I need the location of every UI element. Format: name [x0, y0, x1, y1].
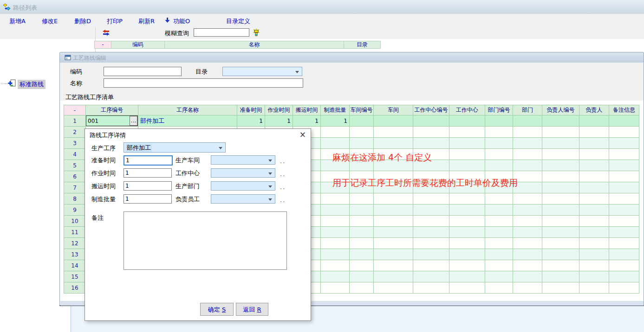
grid-cell[interactable] — [350, 238, 374, 249]
grid-cell[interactable] — [485, 271, 513, 282]
grid-cell[interactable] — [485, 282, 513, 294]
grid-cell[interactable] — [321, 216, 350, 227]
grid-cell[interactable] — [485, 204, 513, 216]
grid-cell[interactable] — [449, 160, 485, 171]
grid-cell[interactable] — [513, 249, 542, 260]
grid-cell[interactable] — [321, 249, 350, 260]
grid-cell[interactable] — [413, 260, 449, 271]
grid-cell[interactable] — [449, 227, 485, 238]
op-combobox[interactable]: 部件加工 — [124, 142, 226, 153]
prep-time-input[interactable] — [124, 155, 173, 166]
dir-combobox[interactable] — [222, 67, 302, 76]
grid-cell[interactable] — [579, 238, 609, 249]
grid-cell[interactable] — [449, 127, 485, 138]
grid-cell[interactable] — [579, 260, 609, 271]
grid-cell[interactable] — [413, 238, 449, 249]
grid-cell[interactable] — [350, 216, 374, 227]
grid-header-cell[interactable]: 搬运时间 — [293, 105, 321, 115]
grid-cell[interactable] — [321, 282, 350, 294]
department-browse-dots[interactable]: .. — [280, 184, 286, 191]
grid-header-cell[interactable]: 车间编号 — [350, 105, 374, 115]
grid-cell[interactable] — [542, 282, 579, 294]
grid-cell[interactable] — [609, 238, 639, 249]
ok-button[interactable]: 确定 S — [200, 303, 234, 316]
grid-cell[interactable] — [350, 138, 374, 149]
grid-header-cell[interactable]: - — [64, 105, 86, 115]
grid-cell[interactable] — [321, 204, 350, 216]
grid-cell[interactable] — [485, 149, 513, 160]
grid-cell[interactable] — [374, 271, 413, 282]
work-time-input[interactable] — [124, 168, 172, 178]
grid-cell[interactable] — [413, 193, 449, 204]
grid-cell[interactable] — [413, 227, 449, 238]
employee-browse-dots[interactable]: .. — [280, 197, 286, 204]
grid-header-cell[interactable]: 备注信息 — [609, 105, 639, 115]
grid-cell[interactable] — [413, 127, 449, 138]
grid-cell[interactable] — [413, 138, 449, 149]
grid-cell[interactable] — [542, 216, 579, 227]
grid-cell[interactable] — [413, 115, 449, 127]
grid-cell[interactable] — [542, 171, 579, 182]
grid-cell[interactable] — [542, 238, 579, 249]
grid-cell[interactable] — [609, 227, 639, 238]
refresh-button[interactable]: 刷新R — [138, 17, 155, 26]
list-col-code[interactable]: 编码 — [111, 41, 165, 49]
grid-cell[interactable] — [579, 249, 609, 260]
function-button[interactable]: 功能O — [173, 17, 190, 26]
grid-cell[interactable] — [542, 227, 579, 238]
grid-cell[interactable] — [513, 149, 542, 160]
grid-cell[interactable] — [374, 216, 413, 227]
department-combobox[interactable] — [211, 181, 275, 191]
lamp-icon[interactable] — [253, 28, 260, 39]
workcenter-combobox[interactable] — [211, 168, 275, 178]
name-input[interactable] — [104, 78, 303, 88]
row-number-cell[interactable]: 1 — [64, 115, 86, 127]
op-name-cell[interactable]: 部件加工 — [138, 115, 237, 127]
grid-cell[interactable] — [374, 249, 413, 260]
grid-cell[interactable] — [579, 149, 609, 160]
grid-cell[interactable] — [321, 227, 350, 238]
grid-cell[interactable] — [321, 127, 350, 138]
grid-cell[interactable] — [350, 271, 374, 282]
grid-cell[interactable] — [449, 149, 485, 160]
grid-cell[interactable] — [542, 182, 579, 193]
grid-cell[interactable] — [513, 160, 542, 171]
grid-cell[interactable] — [513, 282, 542, 294]
row-number-cell[interactable]: 10 — [64, 216, 86, 227]
grid-cell[interactable] — [579, 271, 609, 282]
code-input[interactable] — [104, 67, 182, 76]
list-col-name[interactable]: 名称 — [164, 41, 344, 49]
row-number-cell[interactable]: 3 — [64, 138, 86, 149]
grid-cell[interactable] — [485, 238, 513, 249]
grid-cell[interactable] — [609, 115, 639, 127]
grid-header-cell[interactable]: 工作中心 — [449, 105, 485, 115]
grid-header-cell[interactable]: 制造批量 — [321, 105, 350, 115]
grid-cell[interactable] — [350, 115, 374, 127]
batch-input[interactable] — [124, 194, 172, 204]
grid-cell[interactable] — [374, 193, 413, 204]
grid-cell[interactable] — [449, 216, 485, 227]
grid-cell[interactable] — [449, 138, 485, 149]
grid-cell[interactable] — [513, 138, 542, 149]
print-button[interactable]: 打印P — [107, 17, 123, 26]
grid-cell[interactable] — [579, 127, 609, 138]
grid-cell[interactable] — [350, 282, 374, 294]
grid-cell[interactable] — [321, 271, 350, 282]
grid-cell[interactable] — [609, 149, 639, 160]
grid-cell[interactable] — [542, 271, 579, 282]
list-col-select[interactable]: - — [94, 41, 111, 49]
grid-cell[interactable] — [350, 249, 374, 260]
grid-cell[interactable] — [513, 127, 542, 138]
grid-cell[interactable] — [542, 127, 579, 138]
grid-cell[interactable] — [513, 271, 542, 282]
grid-cell[interactable] — [542, 193, 579, 204]
grid-cell[interactable] — [321, 260, 350, 271]
grid-cell[interactable] — [485, 216, 513, 227]
grid-cell[interactable] — [485, 127, 513, 138]
grid-header-cell[interactable]: 部门编号 — [485, 105, 513, 115]
grid-cell[interactable] — [609, 171, 639, 182]
grid-cell[interactable] — [485, 227, 513, 238]
remark-textarea[interactable] — [124, 211, 287, 270]
tree-item-standard-route[interactable]: 标准路线 — [18, 80, 46, 89]
grid-cell[interactable] — [513, 115, 542, 127]
